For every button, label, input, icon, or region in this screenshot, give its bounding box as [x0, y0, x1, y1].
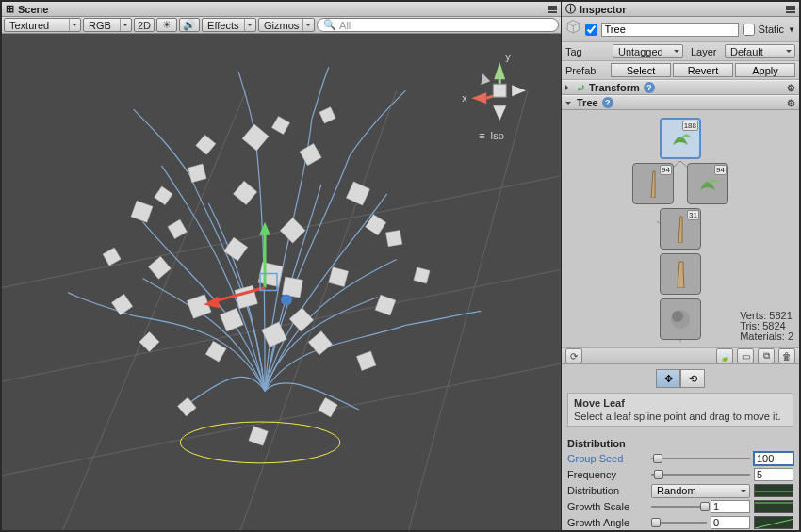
svg-rect-30	[196, 135, 216, 154]
refresh-button[interactable]: ⟳	[565, 348, 582, 363]
svg-rect-33	[249, 427, 268, 445]
search-icon: 🔍	[323, 19, 336, 31]
svg-rect-36	[258, 263, 283, 287]
growth-scale-slider[interactable]	[651, 501, 707, 512]
prefab-label: Prefab	[565, 65, 609, 76]
inspector-tab-label: Inspector	[580, 4, 627, 15]
help-icon[interactable]: ?	[644, 82, 655, 93]
audio-toggle[interactable]: 🔊	[179, 18, 200, 32]
svg-rect-7	[188, 164, 207, 183]
gear-icon[interactable]: ⚙	[787, 98, 795, 108]
inspector-panel: ⓘ Inspector Static ▼ Tag Untagged Layer …	[561, 2, 799, 530]
svg-rect-27	[356, 351, 375, 370]
svg-marker-53	[512, 85, 526, 96]
svg-rect-16	[329, 267, 349, 287]
svg-point-67	[672, 311, 683, 322]
distribution-label: Distribution	[567, 485, 647, 496]
delete-button[interactable]: 🗑	[778, 348, 795, 363]
svg-point-45	[281, 294, 292, 305]
distribution-curve[interactable]	[754, 484, 793, 497]
frequency-input[interactable]: 5	[754, 468, 793, 481]
transform-component-header[interactable]: ⤾ Transform ? ⚙	[562, 80, 799, 95]
svg-rect-21	[111, 294, 132, 314]
layer-dropdown[interactable]: Default	[725, 44, 795, 58]
object-name-input[interactable]	[601, 23, 739, 37]
branch-group-a[interactable]: 94	[632, 163, 674, 204]
static-checkbox[interactable]	[743, 24, 755, 36]
prefab-row: Prefab Select Revert Apply	[562, 61, 799, 80]
growth-scale-curve[interactable]	[754, 500, 793, 513]
gameobject-icon	[565, 19, 581, 40]
leaf-group-b[interactable]: 94	[687, 163, 728, 204]
svg-line-3	[58, 90, 246, 530]
root-node[interactable]	[660, 298, 701, 340]
duplicate-button[interactable]: ⧉	[758, 348, 775, 363]
group-seed-input[interactable]: 100	[754, 452, 793, 465]
branch-group-c[interactable]: 31	[660, 208, 701, 250]
svg-text:Iso: Iso	[490, 130, 504, 141]
svg-rect-23	[233, 181, 256, 204]
prefab-revert-button[interactable]: Revert	[673, 63, 733, 77]
distribution-dropdown[interactable]: Random	[651, 484, 750, 498]
svg-text:x: x	[462, 92, 467, 104]
hint-box: Move Leaf Select a leaf spline point and…	[567, 393, 793, 427]
svg-rect-10	[346, 182, 369, 205]
object-name-row: Static ▼	[562, 17, 799, 42]
tag-dropdown[interactable]: Untagged	[613, 44, 683, 58]
help-icon[interactable]: ?	[602, 97, 613, 108]
inspector-menu-icon[interactable]	[786, 6, 795, 13]
inspector-tab[interactable]: ⓘ Inspector	[562, 2, 799, 17]
growth-scale-input[interactable]: 1	[711, 500, 750, 513]
svg-rect-26	[139, 331, 159, 351]
group-seed-label: Group Seed	[567, 453, 647, 464]
growth-angle-slider[interactable]	[651, 517, 707, 528]
growth-angle-input[interactable]: 0	[711, 516, 750, 529]
distribution-heading: Distribution	[567, 438, 793, 449]
tree-stats: Verts: 5821 Tris: 5824 Materials: 2	[740, 311, 793, 342]
scene-tab-label: Scene	[18, 4, 48, 15]
leaf-group-top[interactable]: 188	[660, 118, 701, 159]
object-enabled-checkbox[interactable]	[585, 24, 597, 36]
prefab-apply-button[interactable]: Apply	[735, 63, 795, 77]
growth-scale-row: Growth Scale 1	[567, 499, 793, 514]
growth-angle-curve[interactable]	[754, 516, 793, 529]
svg-line-2	[2, 353, 561, 485]
scene-search-input[interactable]: 🔍 All	[317, 18, 559, 32]
svg-rect-20	[168, 219, 187, 238]
growth-scale-label: Growth Scale	[567, 501, 647, 512]
scene-grid-icon: ⊞	[6, 3, 14, 15]
tag-label: Tag	[565, 46, 609, 57]
rendermode-dropdown[interactable]: RGB	[83, 18, 132, 32]
svg-rect-38	[289, 308, 313, 331]
distribution-row: Distribution Random	[567, 483, 793, 498]
gizmos-dropdown[interactable]: Gizmos	[258, 18, 315, 32]
frequency-slider[interactable]	[651, 469, 750, 480]
prefab-select-button[interactable]: Select	[611, 63, 671, 77]
light-toggle[interactable]: ☀	[156, 18, 177, 32]
shading-dropdown[interactable]: Textured	[4, 18, 81, 32]
group-seed-slider[interactable]	[651, 453, 750, 464]
scene-panel: ⊞ Scene Textured RGB 2D ☀ 🔊 Effects Gizm…	[2, 2, 561, 530]
svg-rect-9	[300, 144, 321, 166]
frequency-label: Frequency	[567, 469, 647, 480]
svg-rect-37	[221, 308, 244, 331]
branch-group-d[interactable]	[660, 253, 701, 295]
svg-rect-12	[148, 256, 171, 279]
svg-rect-29	[319, 107, 335, 123]
svg-marker-47	[494, 62, 505, 79]
svg-rect-11	[386, 230, 402, 246]
static-dropdown-icon[interactable]: ▼	[788, 25, 795, 34]
svg-rect-35	[319, 398, 337, 417]
tree-hierarchy-editor: 188 94 94 31	[562, 110, 799, 347]
tree-component-header[interactable]: Tree ? ⚙	[562, 95, 799, 110]
svg-rect-8	[242, 124, 269, 151]
scene-menu-icon[interactable]	[548, 6, 557, 13]
scene-viewport[interactable]: y x ≡ Iso	[2, 34, 561, 530]
svg-rect-32	[103, 248, 121, 266]
foldout-open-icon	[565, 102, 571, 107]
gear-icon[interactable]: ⚙	[787, 83, 795, 93]
scene-tab[interactable]: ⊞ Scene	[2, 2, 561, 17]
svg-rect-40	[366, 215, 386, 235]
effects-dropdown[interactable]: Effects	[202, 18, 256, 32]
2d-toggle[interactable]: 2D	[134, 18, 155, 32]
